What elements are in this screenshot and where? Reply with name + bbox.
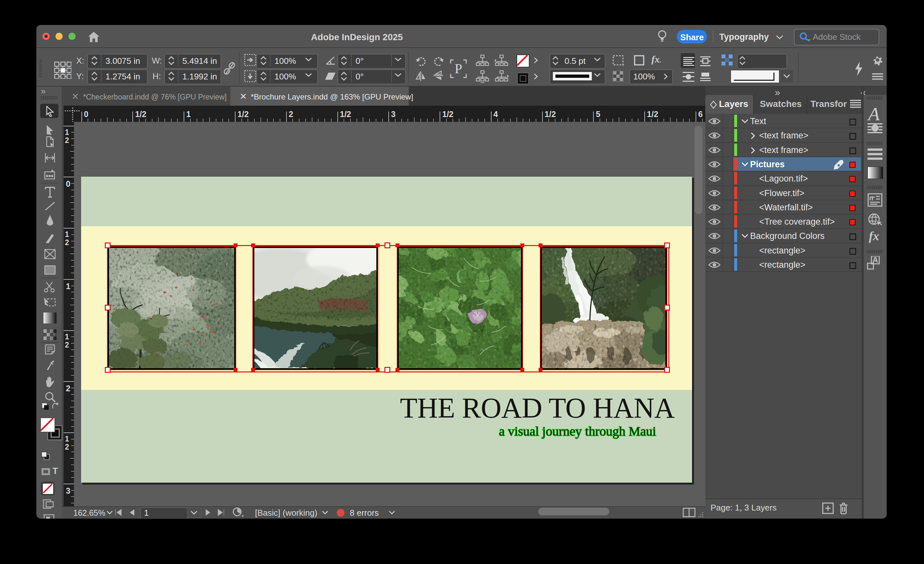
svg-text:A: A: [872, 256, 878, 264]
svg-text:P: P: [454, 61, 462, 76]
